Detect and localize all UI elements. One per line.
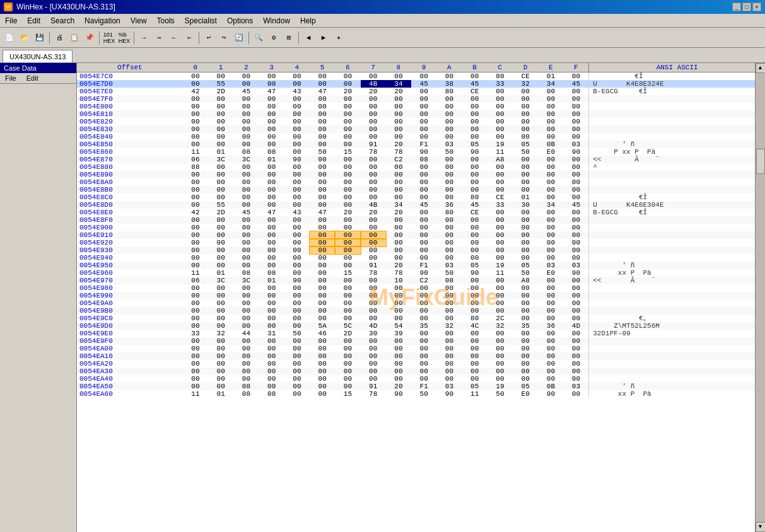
offset-cell[interactable]: 0054E830 [77, 125, 183, 133]
offset-cell[interactable]: 0054EA10 [77, 352, 183, 360]
menu-edit[interactable]: Edit [22, 14, 45, 27]
hex-cell[interactable]: 00 [361, 352, 386, 360]
hex-cell[interactable]: 00 [488, 133, 513, 141]
hex-cell[interactable]: 00 [488, 216, 513, 224]
hex-cell[interactable]: 01 [208, 148, 233, 156]
hex-cell[interactable]: 50 [284, 330, 310, 337]
hex-cell[interactable]: 00 [488, 110, 513, 118]
hex-cell[interactable]: 00 [538, 118, 563, 125]
hex-cell[interactable]: 08 [233, 269, 259, 277]
hex-cell[interactable]: 2C [488, 315, 513, 322]
undo-button[interactable]: ↩ [202, 31, 216, 45]
hex-cell[interactable]: 00 [386, 125, 411, 133]
hex-cell[interactable]: E0 [513, 390, 538, 398]
hex-cell[interactable]: 00 [335, 360, 360, 367]
hex-cell[interactable]: 50 [513, 269, 538, 277]
offset-cell[interactable]: 0054E8A0 [77, 178, 183, 186]
hex-cell[interactable]: 00 [564, 216, 589, 224]
hex-cell[interactable]: 90 [564, 148, 589, 156]
hex-cell[interactable]: 00 [436, 72, 462, 81]
hex-cell[interactable]: 00 [488, 88, 513, 95]
hex-cell[interactable]: 00 [284, 239, 310, 246]
minimize-button[interactable]: _ [732, 3, 741, 11]
hex-cell[interactable]: 11 [183, 148, 208, 156]
offset-cell[interactable]: 0054E850 [77, 141, 183, 148]
hex-cell[interactable]: 00 [183, 292, 208, 299]
hex-cell[interactable]: 00 [564, 299, 589, 307]
hex-cell[interactable]: 00 [335, 125, 360, 133]
settings-button[interactable]: ⚙ [267, 31, 281, 45]
hex-cell[interactable]: 00 [233, 110, 259, 118]
hex-cell[interactable]: 00 [183, 125, 208, 133]
hex-cell[interactable]: 00 [310, 72, 335, 81]
hex-cell[interactable]: 00 [411, 231, 436, 239]
left-button[interactable]: ◀ [301, 31, 315, 45]
hex-cell[interactable]: 06 [183, 277, 208, 284]
hex-cell[interactable]: 00 [233, 246, 259, 254]
hex-cell[interactable]: 00 [284, 80, 310, 88]
hex-cell[interactable]: 00 [284, 390, 310, 398]
hex-cell[interactable]: 00 [208, 216, 233, 224]
hex-cell[interactable]: 3C [208, 156, 233, 163]
hex-cell[interactable]: 00 [233, 72, 259, 81]
hex-cell[interactable]: 00 [462, 125, 488, 133]
hex-cell[interactable]: 90 [462, 269, 488, 277]
hex-cell[interactable]: 00 [538, 360, 563, 367]
hex-cell[interactable]: 00 [183, 367, 208, 375]
hex-cell[interactable]: 00 [310, 95, 335, 103]
hex-cell[interactable]: 00 [208, 254, 233, 262]
hex-cell[interactable]: 90 [436, 390, 462, 398]
hex-cell[interactable]: 00 [488, 103, 513, 110]
hex-cell[interactable]: 00 [386, 360, 411, 367]
hex-cell[interactable]: 00 [284, 201, 310, 209]
menu-specialist[interactable]: Specialist [180, 14, 222, 27]
hex-cell[interactable]: 00 [513, 110, 538, 118]
hex-cell[interactable]: 4B [361, 201, 386, 209]
hex-cell[interactable]: 00 [361, 315, 386, 322]
hex-cell[interactable]: 00 [513, 352, 538, 360]
hex-cell[interactable]: 00 [208, 299, 233, 307]
hex-cell[interactable]: 00 [208, 375, 233, 383]
hex-cell[interactable]: 20 [386, 383, 411, 390]
hex-cell[interactable]: 00 [513, 299, 538, 307]
hex-cell[interactable]: 00 [183, 80, 208, 88]
hex-cell[interactable]: 00 [488, 277, 513, 284]
hex-cell[interactable]: 38 [436, 80, 462, 88]
hex-cell[interactable]: 47 [259, 209, 284, 216]
hex-cell[interactable]: 00 [564, 72, 589, 81]
hex-cell[interactable]: 36 [538, 322, 563, 330]
hex-cell[interactable]: 00 [183, 224, 208, 231]
hex-cell[interactable]: 00 [335, 284, 360, 292]
offset-cell[interactable]: 0054E960 [77, 269, 183, 277]
hex-cell[interactable]: 00 [513, 171, 538, 178]
hex-cell[interactable]: 00 [361, 186, 386, 194]
hex-cell[interactable]: 78 [361, 148, 386, 156]
hex-cell[interactable]: 00 [284, 72, 310, 81]
hex-cell[interactable]: 00 [259, 178, 284, 186]
hex-cell[interactable]: 00 [538, 315, 563, 322]
hex-cell[interactable]: 00 [284, 148, 310, 156]
hex-cell[interactable]: 00 [183, 178, 208, 186]
hex-cell[interactable]: 00 [538, 133, 563, 141]
hex-cell[interactable]: 00 [361, 103, 386, 110]
hex-cell[interactable]: 00 [284, 360, 310, 367]
hex-cell[interactable]: 00 [386, 95, 411, 103]
hex-cell[interactable]: CE [462, 88, 488, 95]
hex-cell[interactable]: 00 [208, 367, 233, 375]
hex-cell[interactable]: 00 [411, 299, 436, 307]
hex-cell[interactable]: 00 [233, 254, 259, 262]
hex2-button[interactable]: %bHEX [117, 31, 131, 45]
hex-cell[interactable]: 00 [310, 118, 335, 125]
hex-cell[interactable]: 00 [259, 141, 284, 148]
hex-cell[interactable]: 39 [386, 330, 411, 337]
hex-cell[interactable]: 00 [513, 209, 538, 216]
hex-cell[interactable]: 01 [208, 390, 233, 398]
hex-cell[interactable]: 08 [259, 390, 284, 398]
offset-cell[interactable]: 0054E8D0 [77, 201, 183, 209]
hex-cell[interactable]: 00 [361, 133, 386, 141]
hex-cell[interactable]: 90 [462, 148, 488, 156]
hex-cell[interactable]: 00 [538, 163, 563, 171]
hex-cell[interactable]: 4D [361, 322, 386, 330]
hex-cell[interactable]: 00 [259, 292, 284, 299]
hex-cell[interactable]: 00 [208, 224, 233, 231]
